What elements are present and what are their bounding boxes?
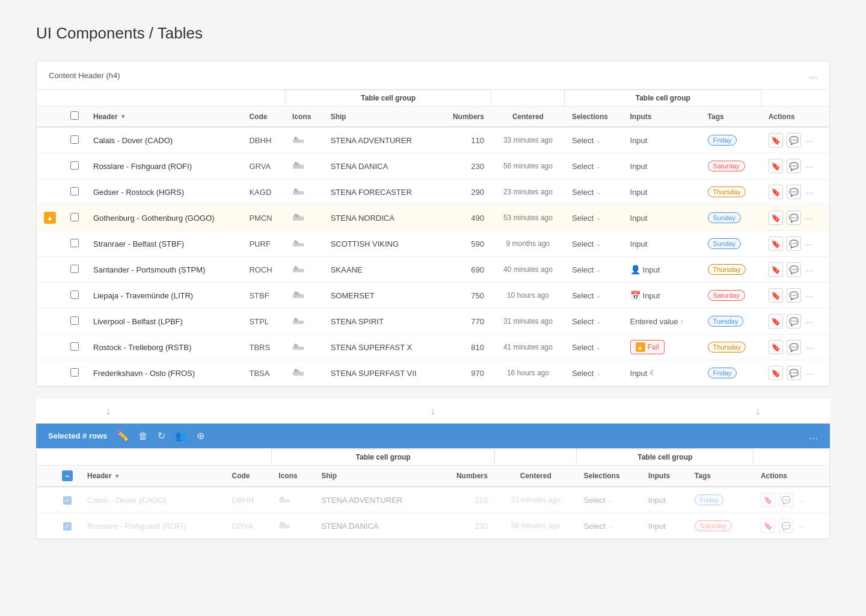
selection-cell[interactable]: Select ⌄ (565, 205, 623, 231)
people-icon[interactable]: 👥 (175, 430, 187, 442)
select-all-checkbox[interactable] (70, 111, 79, 120)
select-wrapper[interactable]: Select ⌄ (584, 496, 613, 505)
refresh-icon[interactable]: ↻ (158, 430, 165, 442)
select-wrapper[interactable]: Select ⌄ (572, 162, 601, 171)
input-cell[interactable]: Input (641, 487, 687, 513)
select-wrapper[interactable]: Select ⌄ (572, 239, 601, 248)
input-cell[interactable]: ▲ Fail (623, 334, 701, 360)
selection-cell[interactable]: Select ⌄ (565, 127, 623, 153)
action-chat-button[interactable]: 💬 (787, 366, 801, 380)
plus-icon[interactable]: ⊕ (197, 430, 204, 442)
selection-cell[interactable]: Select ⌄ (565, 179, 623, 205)
select-wrapper[interactable]: Select ⌄ (572, 136, 601, 145)
action-bookmark-button[interactable]: 🔖 (769, 314, 783, 328)
input-cell[interactable]: Input (623, 153, 701, 179)
action-bookmark-button[interactable]: 🔖 (769, 340, 783, 354)
row-checkbox[interactable] (70, 368, 79, 377)
action-dots[interactable]: ··· (806, 187, 814, 197)
th-header-2[interactable]: Header ▼ (80, 466, 225, 487)
row-checkbox-checked[interactable] (63, 522, 72, 531)
action-dots[interactable]: ··· (798, 521, 806, 531)
checkbox-cell[interactable] (63, 334, 86, 360)
action-chat-button[interactable]: 💬 (787, 185, 801, 199)
input-cell[interactable]: Input (623, 205, 701, 231)
selection-cell[interactable]: Select ⌄ (577, 487, 642, 513)
action-chat-button[interactable]: 💬 (779, 519, 793, 533)
action-chat-button[interactable]: 💬 (787, 211, 801, 225)
checkbox-cell[interactable] (63, 127, 86, 153)
input-cell[interactable]: Input (623, 179, 701, 205)
select-wrapper[interactable]: Select ⌄ (572, 188, 601, 197)
action-dots[interactable]: ··· (806, 239, 814, 249)
action-dots[interactable]: ··· (806, 291, 814, 301)
checkbox-cell[interactable] (63, 231, 86, 257)
checkbox-cell[interactable] (63, 179, 86, 205)
action-chat-button[interactable]: 💬 (787, 340, 801, 354)
row-checkbox-checked[interactable] (63, 496, 72, 505)
checkbox-cell[interactable] (63, 205, 86, 231)
action-dots[interactable]: ··· (806, 265, 814, 275)
selection-cell[interactable]: Select ⌄ (565, 231, 623, 257)
select-wrapper[interactable]: Select ⌄ (572, 214, 601, 223)
select-wrapper[interactable]: Select ⌄ (584, 522, 613, 531)
action-chat-button[interactable]: 💬 (787, 288, 801, 303)
selection-cell[interactable]: Select ⌄ (565, 257, 623, 283)
selection-cell[interactable]: Select ⌄ (577, 513, 642, 539)
th-checkbox-2[interactable]: − (55, 466, 80, 487)
row-checkbox[interactable] (70, 291, 79, 299)
action-dots[interactable]: ··· (806, 368, 814, 378)
action-chat-button[interactable]: 💬 (787, 314, 801, 328)
input-cell[interactable]: Entered value › (623, 309, 701, 334)
input-cell[interactable]: Input (641, 513, 687, 539)
row-checkbox[interactable] (70, 265, 79, 273)
checkbox-cell[interactable] (63, 257, 86, 283)
action-bookmark-button[interactable]: 🔖 (769, 159, 783, 173)
action-chat-button[interactable]: 💬 (779, 493, 793, 507)
action-bookmark-button[interactable]: 🔖 (769, 133, 783, 147)
action-chat-button[interactable]: 💬 (787, 159, 801, 173)
checkbox-cell[interactable] (63, 309, 86, 334)
header-sort[interactable]: Header ▼ (93, 112, 126, 121)
checkbox-cell[interactable] (55, 487, 80, 513)
select-wrapper[interactable]: Select ⌄ (572, 317, 601, 326)
input-cell[interactable]: 👤 Input (623, 257, 701, 283)
input-cell[interactable]: Input (623, 231, 701, 257)
bar-dots[interactable]: ... (809, 430, 818, 442)
selection-cell[interactable]: Select ⌄ (565, 309, 623, 334)
action-bookmark-button[interactable]: 🔖 (761, 519, 775, 533)
action-bookmark-button[interactable]: 🔖 (769, 236, 783, 251)
select-wrapper[interactable]: Select ⌄ (572, 265, 601, 274)
action-dots[interactable]: ··· (806, 161, 814, 171)
checkbox-cell[interactable] (63, 360, 86, 386)
selection-cell[interactable]: Select ⌄ (565, 283, 623, 309)
trash-icon[interactable]: 🗑 (138, 431, 148, 442)
checkbox-cell[interactable] (63, 153, 86, 179)
action-bookmark-button[interactable]: 🔖 (769, 288, 783, 303)
action-chat-button[interactable]: 💬 (787, 262, 801, 277)
select-wrapper[interactable]: Select ⌄ (572, 369, 601, 378)
select-wrapper[interactable]: Select ⌄ (572, 291, 601, 300)
row-checkbox[interactable] (70, 161, 79, 170)
input-cell[interactable]: Input € (623, 360, 701, 386)
action-dots[interactable]: ··· (806, 342, 814, 353)
input-cell[interactable]: 📅 Input (623, 283, 701, 309)
action-bookmark-button[interactable]: 🔖 (769, 262, 783, 277)
action-dots[interactable]: ··· (806, 135, 814, 146)
action-bookmark-button[interactable]: 🔖 (761, 493, 775, 507)
selection-cell[interactable]: Select ⌄ (565, 153, 623, 179)
action-dots[interactable]: ··· (806, 213, 814, 223)
row-checkbox[interactable] (70, 342, 79, 351)
th-header[interactable]: Header ▼ (86, 106, 242, 128)
row-checkbox[interactable] (70, 187, 79, 196)
checkbox-cell[interactable] (63, 283, 86, 309)
section-header-dots-1[interactable]: ... (809, 70, 817, 81)
action-chat-button[interactable]: 💬 (787, 236, 801, 251)
input-cell[interactable]: Input (623, 127, 701, 153)
action-bookmark-button[interactable]: 🔖 (769, 211, 783, 225)
row-checkbox[interactable] (70, 135, 79, 144)
edit-icon[interactable]: ✏️ (117, 430, 129, 442)
select-all-checked[interactable]: − (62, 470, 73, 481)
th-checkbox[interactable] (63, 106, 86, 128)
header-sort-2[interactable]: Header ▼ (87, 472, 120, 480)
checkbox-cell[interactable] (55, 513, 80, 539)
